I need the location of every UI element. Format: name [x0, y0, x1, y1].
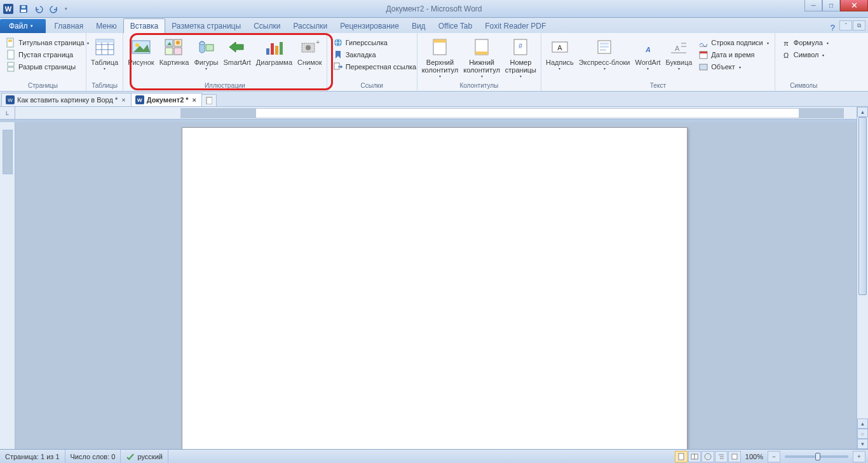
zoom-in-button[interactable]: +: [853, 451, 865, 462]
tab-home[interactable]: Главная: [48, 19, 90, 33]
redo-button[interactable]: [47, 2, 61, 16]
object-icon: [698, 62, 709, 72]
header-button[interactable]: Верхнийколонтитул: [420, 36, 461, 79]
shapes-icon: [196, 37, 216, 57]
document-page[interactable]: [182, 127, 688, 449]
new-doc-tab[interactable]: [201, 94, 217, 106]
doc-restore-button[interactable]: ⧉: [853, 20, 865, 31]
dropcap-label: Буквица: [666, 59, 693, 66]
quickparts-button[interactable]: Экспресс-блоки: [577, 36, 632, 72]
browse-object-button[interactable]: ○: [857, 429, 868, 439]
status-word-count[interactable]: Число слов: 0: [65, 450, 121, 463]
screenshot-button[interactable]: +Снимок: [295, 36, 324, 72]
outline-view-button[interactable]: [715, 451, 728, 462]
scroll-up-button[interactable]: ▲: [857, 107, 868, 117]
app-icon[interactable]: W: [1, 2, 15, 16]
prev-page-button[interactable]: ▲: [857, 418, 868, 429]
save-button[interactable]: [17, 2, 31, 16]
doc-tab-0[interactable]: WКак вставить картинку в Ворд *×: [1, 93, 132, 106]
picture-button[interactable]: Рисунок: [126, 36, 156, 67]
page-number-icon: #: [510, 37, 531, 57]
undo-button[interactable]: [32, 2, 46, 16]
clipart-button[interactable]: Картинка: [158, 36, 191, 67]
tab-selector[interactable]: L: [0, 107, 15, 120]
wordart-icon: A: [638, 37, 658, 57]
group-text: AНадпись Экспресс-блоки AWordArt AБуквиц…: [541, 33, 775, 91]
object-button[interactable]: Объект▾: [696, 61, 770, 73]
document-workspace[interactable]: [15, 122, 857, 449]
zoom-out-button[interactable]: −: [768, 451, 780, 462]
svg-rect-46: [600, 46, 609, 48]
tab-references[interactable]: Ссылки: [247, 19, 287, 33]
page-number-label: Номерстраницы: [505, 59, 536, 74]
wordart-button[interactable]: AWordArt: [633, 36, 662, 72]
status-page[interactable]: Страница: 1 из 1: [0, 450, 65, 463]
vertical-ruler[interactable]: [3, 130, 13, 174]
datetime-button[interactable]: Дата и время: [696, 49, 770, 60]
maximize-button[interactable]: □: [822, 0, 840, 11]
ribbon: Титульная страница▾ Пустая страница Разр…: [0, 33, 868, 92]
chart-button[interactable]: Диаграмма: [254, 36, 294, 67]
tab-insert[interactable]: Вставка: [123, 18, 166, 33]
table-button[interactable]: Таблица: [89, 36, 120, 72]
horizontal-ruler[interactable]: [180, 108, 844, 118]
tab-menu[interactable]: Меню: [90, 19, 123, 33]
tab-page-layout[interactable]: Разметка страницы: [165, 19, 247, 33]
fullscreen-reading-view-button[interactable]: [688, 451, 701, 462]
vertical-scrollbar[interactable]: ▲ ▲ ○ ▼: [857, 107, 868, 449]
svg-text:A: A: [557, 44, 562, 52]
help-icon[interactable]: ?: [831, 23, 835, 32]
page-break-label: Разрыв страницы: [18, 63, 76, 71]
window-controls: ─ □ ✕: [804, 0, 868, 11]
tab-mailings[interactable]: Рассылки: [287, 19, 334, 33]
file-tab[interactable]: Файл: [0, 19, 46, 33]
doc-tab-1[interactable]: WДокумент2 *×: [131, 93, 202, 106]
ruler-row: L: [0, 107, 868, 120]
doc-tab-1-close[interactable]: ×: [191, 96, 198, 104]
hyperlink-button[interactable]: Гиперссылка: [331, 37, 413, 48]
zoom-slider[interactable]: [785, 455, 848, 458]
textbox-button[interactable]: AНадпись: [544, 36, 576, 72]
scroll-track[interactable]: [857, 117, 868, 416]
web-layout-view-button[interactable]: [702, 451, 714, 462]
cover-page-button[interactable]: Титульная страница▾: [4, 37, 82, 48]
group-headerfooter: Верхнийколонтитул Нижнийколонтитул #Номе…: [417, 33, 541, 91]
bookmark-button[interactable]: Закладка: [331, 49, 413, 60]
ribbon-minimize-button[interactable]: ˄: [839, 20, 852, 31]
textbox-label: Надпись: [546, 59, 574, 66]
page-break-button[interactable]: Разрыв страницы: [4, 61, 82, 73]
shapes-button[interactable]: Фигуры: [192, 36, 220, 72]
bookmark-label: Закладка: [346, 51, 376, 59]
draft-view-button[interactable]: [728, 451, 741, 462]
close-button[interactable]: ✕: [840, 0, 868, 11]
svg-rect-6: [8, 39, 12, 42]
symbol-button[interactable]: ΩСимвол▾: [779, 49, 829, 60]
blank-page-button[interactable]: Пустая страница: [4, 49, 82, 60]
next-page-button[interactable]: ▼: [857, 439, 868, 449]
minimize-button[interactable]: ─: [804, 0, 822, 11]
tab-foxit[interactable]: Foxit Reader PDF: [478, 19, 552, 33]
footer-label: Нижнийколонтитул: [463, 59, 500, 74]
equation-button[interactable]: πФормула▾: [779, 37, 829, 48]
zoom-slider-knob[interactable]: [815, 453, 820, 460]
tab-view[interactable]: Вид: [405, 19, 432, 33]
svg-rect-15: [96, 39, 114, 43]
qat-customize-button[interactable]: ▾: [62, 2, 70, 16]
dropcap-button[interactable]: AБуквица: [664, 36, 695, 72]
tab-review[interactable]: Рецензирование: [334, 19, 405, 33]
smartart-button[interactable]: SmartArt: [221, 36, 252, 67]
status-language[interactable]: русский: [121, 450, 168, 463]
symbol-icon: Ω: [781, 50, 791, 60]
signature-line-button[interactable]: Строка подписи▾: [696, 37, 770, 48]
crossref-icon: [333, 62, 343, 72]
print-layout-view-button[interactable]: [675, 451, 688, 462]
footer-button[interactable]: Нижнийколонтитул: [461, 36, 502, 79]
crossref-button[interactable]: Перекрестная ссылка: [331, 61, 413, 73]
doc-tab-0-close[interactable]: ×: [120, 96, 126, 104]
zoom-level[interactable]: 100%: [742, 453, 767, 460]
cover-page-label: Титульная страница: [18, 39, 85, 46]
svg-rect-62: [691, 454, 695, 459]
page-number-button[interactable]: #Номерстраницы: [503, 36, 538, 79]
tab-office-tab[interactable]: Office Tab: [432, 19, 479, 33]
scroll-thumb[interactable]: [858, 117, 867, 295]
